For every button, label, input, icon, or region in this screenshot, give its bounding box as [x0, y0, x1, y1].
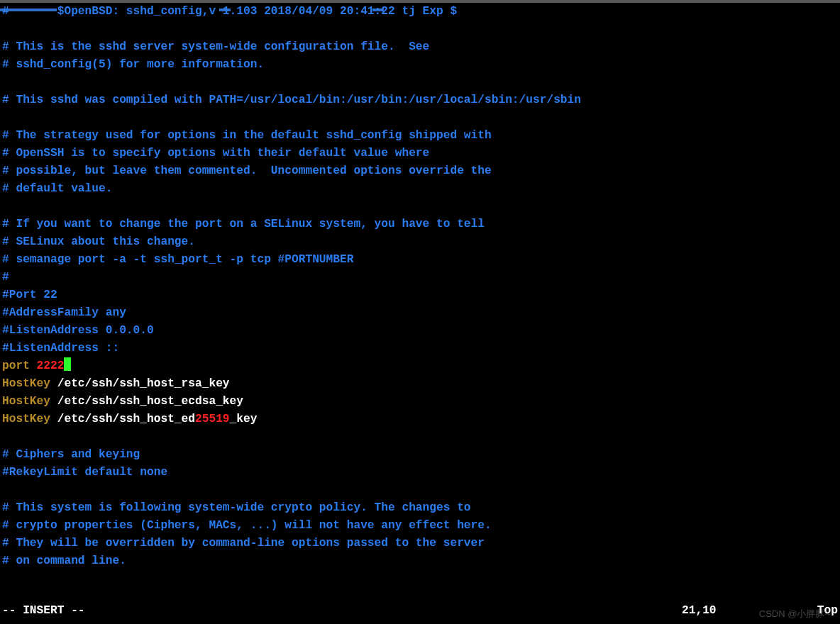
- config-value: /etc/ssh/ssh_host_rsa_key: [50, 377, 230, 390]
- comment-text: # If you want to change the port on a SE…: [2, 218, 485, 230]
- comment-text: #RekeyLimit default none: [2, 466, 167, 479]
- config-key: HostKey: [2, 413, 50, 425]
- config-key: HostKey: [2, 395, 50, 408]
- code-line[interactable]: HostKey /etc/ssh/ssh_host_rsa_key: [2, 375, 838, 393]
- code-line[interactable]: # OpenSSH is to specify options with the…: [2, 145, 838, 162]
- code-line[interactable]: # sshd_config(5) for more information.: [2, 56, 838, 74]
- code-line[interactable]: # $OpenBSD: sshd_config,v 1.103 2018/04/…: [2, 3, 838, 21]
- code-line[interactable]: # The strategy used for options in the d…: [2, 127, 838, 145]
- comment-text: #ListenAddress 0.0.0.0: [2, 324, 154, 337]
- text-cursor: [64, 357, 71, 371]
- code-line[interactable]: [2, 481, 838, 499]
- code-line[interactable]: # crypto properties (Ciphers, MACs, ...)…: [2, 517, 838, 535]
- code-line[interactable]: # on command line.: [2, 552, 838, 570]
- code-line[interactable]: #AddressFamily any: [2, 304, 838, 322]
- comment-text: # The strategy used for options in the d…: [2, 129, 492, 142]
- comment-text: # This system is following system-wide c…: [2, 501, 471, 514]
- comment-text: # OpenSSH is to specify options with the…: [2, 147, 429, 160]
- code-line[interactable]: # This sshd was compiled with PATH=/usr/…: [2, 91, 838, 109]
- comment-text: # They will be overridden by command-lin…: [2, 537, 485, 550]
- comment-text: #AddressFamily any: [2, 306, 126, 319]
- terminal-editor[interactable]: # $OpenBSD: sshd_config,v 1.103 2018/04/…: [0, 3, 840, 570]
- comment-text: # crypto properties (Ciphers, MACs, ...)…: [2, 519, 492, 532]
- vim-status-line: -- INSERT -- 21,10 Top: [2, 602, 838, 620]
- code-line[interactable]: [2, 428, 838, 446]
- comment-text: #Port 22: [2, 289, 57, 301]
- config-value: /etc/ssh/ssh_host_ecdsa_key: [50, 395, 243, 408]
- code-line[interactable]: HostKey /etc/ssh/ssh_host_ed25519_key: [2, 411, 838, 428]
- number-literal: 25519: [195, 413, 230, 425]
- code-line[interactable]: port 2222: [2, 357, 838, 375]
- code-line[interactable]: # They will be overridden by command-lin…: [2, 535, 838, 552]
- comment-text: # default value.: [2, 182, 112, 195]
- config-value: /etc/ssh/ssh_host_ed: [50, 413, 195, 425]
- code-line[interactable]: # default value.: [2, 180, 838, 198]
- number-literal: 2222: [37, 360, 65, 372]
- code-line[interactable]: # This is the sshd server system-wide co…: [2, 38, 838, 56]
- code-line[interactable]: #ListenAddress 0.0.0.0: [2, 322, 838, 340]
- comment-text: # $OpenBSD: sshd_config,v 1.103 2018/04/…: [2, 5, 457, 18]
- code-line[interactable]: [2, 74, 838, 91]
- config-key: port: [2, 360, 37, 372]
- watermark: CSDN @小胖豚~: [759, 605, 830, 623]
- code-line[interactable]: # This system is following system-wide c…: [2, 499, 838, 517]
- comment-text: # on command line.: [2, 555, 126, 567]
- comment-text: # Ciphers and keying: [2, 448, 140, 461]
- comment-text: #ListenAddress ::: [2, 342, 119, 355]
- comment-text: # This sshd was compiled with PATH=/usr/…: [2, 94, 581, 106]
- code-line[interactable]: [2, 109, 838, 127]
- code-line[interactable]: # Ciphers and keying: [2, 446, 838, 464]
- comment-text: # This is the sshd server system-wide co…: [2, 40, 429, 53]
- code-line[interactable]: [2, 198, 838, 216]
- code-line[interactable]: # semanage port -a -t ssh_port_t -p tcp …: [2, 251, 838, 269]
- comment-text: # sshd_config(5) for more information.: [2, 58, 264, 71]
- code-line[interactable]: # SELinux about this change.: [2, 233, 838, 251]
- code-line[interactable]: # If you want to change the port on a SE…: [2, 216, 838, 233]
- comment-text: #: [2, 271, 9, 284]
- comment-text: # semanage port -a -t ssh_port_t -p tcp …: [2, 253, 353, 266]
- code-line[interactable]: #: [2, 269, 838, 286]
- comment-text: # possible, but leave them commented. Un…: [2, 165, 492, 177]
- code-line[interactable]: # possible, but leave them commented. Un…: [2, 162, 838, 180]
- config-key: HostKey: [2, 377, 50, 390]
- code-line[interactable]: HostKey /etc/ssh/ssh_host_ecdsa_key: [2, 393, 838, 411]
- vim-mode: -- INSERT --: [2, 602, 682, 620]
- code-line[interactable]: #ListenAddress ::: [2, 340, 838, 357]
- config-value: _key: [230, 413, 258, 425]
- code-line[interactable]: #Port 22: [2, 286, 838, 304]
- code-line[interactable]: #RekeyLimit default none: [2, 464, 838, 481]
- comment-text: # SELinux about this change.: [2, 235, 195, 248]
- code-line[interactable]: [2, 21, 838, 38]
